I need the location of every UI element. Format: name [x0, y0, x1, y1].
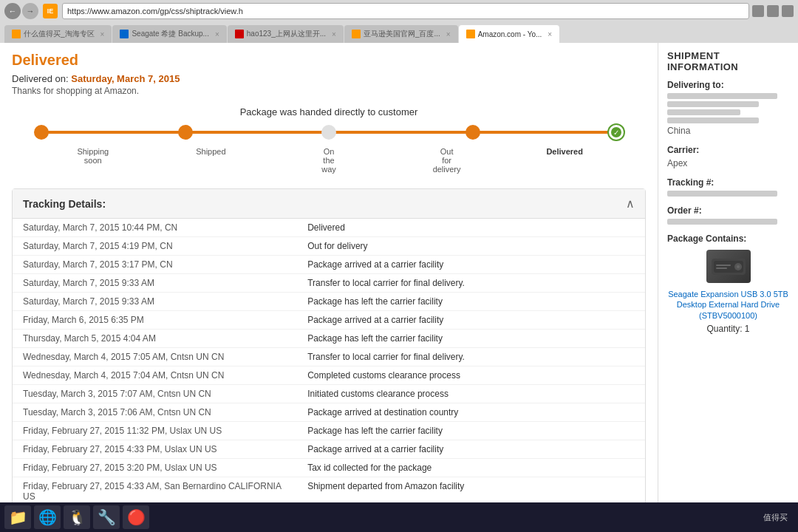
center-message: Package was handed directly to customer — [12, 106, 646, 117]
tracker-dot-4 — [466, 125, 480, 140]
tab-close-tab5[interactable]: × — [548, 30, 552, 38]
tracking-date-1: Saturday, March 7, 2015 4:19 PM, CN — [13, 237, 297, 256]
browser-tab-tab5[interactable]: Amazon.com - Yo...× — [459, 25, 560, 43]
tracking-table: Saturday, March 7, 2015 10:44 PM, CNDeli… — [13, 219, 645, 532]
tracking-date-6: Thursday, March 5, 2015 4:04 AM — [13, 330, 297, 348]
carrier-section: Carrier: Apex — [667, 145, 789, 168]
tracking-date-14: Friday, February 27, 2015 4:33 AM, San B… — [13, 477, 297, 506]
tracking-header: Tracking Details: ∧ — [13, 189, 645, 219]
tab-close-tab4[interactable]: × — [446, 30, 451, 38]
tracking-row-1: Saturday, March 7, 2015 4:19 PM, CNOut f… — [13, 237, 645, 256]
taskbar-item-linux[interactable]: 🐧 — [64, 505, 90, 529]
tracking-row-4: Saturday, March 7, 2015 9:33 AMPackage h… — [13, 293, 645, 311]
address-text: https://www.amazon.com/gp/css/shiptrack/… — [67, 7, 243, 16]
tracking-date-3: Saturday, March 7, 2015 9:33 AM — [13, 274, 297, 293]
tracker-label-5: Delivered — [505, 147, 624, 174]
tab-label-tab5: Amazon.com - Yo... — [478, 30, 542, 38]
tab-close-tab1[interactable]: × — [100, 30, 105, 38]
product-qty: Quantity: 1 — [667, 324, 789, 334]
delivering-to-section: Delivering to: China — [667, 80, 789, 136]
nav-buttons: ← → — [4, 3, 38, 19]
tracker-label-1: Shippingsoon — [34, 147, 152, 174]
delivered-subtitle: Delivered on: Saturday, March 7, 2015 — [12, 73, 646, 84]
forward-button[interactable]: → — [22, 3, 38, 19]
svg-rect-5 — [716, 267, 727, 269]
main-content: Delivered Delivered on: Saturday, March … — [0, 43, 658, 532]
tracking-label: Tracking #: — [667, 177, 789, 188]
tracking-event-6: Package has left the carrier facility — [297, 330, 645, 348]
tracking-row-9: Tuesday, March 3, 2015 7:07 AM, Cntsn UN… — [13, 385, 645, 403]
browser-chrome: ← → IE https://www.amazon.com/gp/css/shi… — [0, 0, 798, 43]
tab-favicon-tab3 — [235, 30, 244, 38]
browser-logo: IE — [43, 4, 58, 18]
tracking-date-9: Tuesday, March 3, 2015 7:07 AM, Cntsn UN… — [13, 385, 297, 403]
tracking-event-2: Package arrived at a carrier facility — [297, 256, 645, 274]
browser-tab-tab4[interactable]: 亚马逊美国官网_百度...× — [344, 25, 458, 43]
tracking-num-value — [667, 191, 777, 197]
refresh-icon[interactable] — [782, 5, 794, 17]
package-contains-section: Package Contains: Seagate Expansion USB … — [667, 233, 789, 334]
tracker-dot-5: ✓ — [609, 125, 624, 140]
tracker-dot-1 — [34, 125, 49, 140]
tracker-dot-2 — [178, 125, 193, 140]
tracking-date-4: Saturday, March 7, 2015 9:33 AM — [13, 293, 297, 311]
tabs-bar: 什么值得买_淘海专区×Seagate 希捷 Backup...×hao123_上… — [0, 22, 798, 43]
svg-rect-4 — [716, 265, 731, 266]
tab-favicon-tab4 — [352, 30, 361, 38]
red-icon: 🔴 — [127, 508, 146, 526]
tracker-line-container: ✓ — [34, 125, 624, 140]
tab-label-tab3: hao123_上网从这里开... — [247, 29, 326, 39]
tracking-row-6: Thursday, March 5, 2015 4:04 AMPackage h… — [13, 330, 645, 348]
browser-tab-tab3[interactable]: hao123_上网从这里开...× — [228, 25, 344, 43]
tab-favicon-tab2 — [120, 30, 129, 38]
tracking-event-0: Delivered — [297, 219, 645, 237]
delivered-on-label: Delivered on: — [12, 73, 69, 84]
back-button[interactable]: ← — [4, 3, 21, 19]
tracking-event-3: Transfer to local carrier for final deli… — [297, 274, 645, 293]
taskbar-item-tool[interactable]: 🔧 — [93, 505, 120, 529]
tracking-row-0: Saturday, March 7, 2015 10:44 PM, CNDeli… — [13, 219, 645, 237]
tracking-event-4: Package has left the carrier facility — [297, 293, 645, 311]
tracking-date-10: Tuesday, March 3, 2015 7:06 AM, Cntsn UN… — [13, 403, 297, 422]
tracking-date-8: Wednesday, March 4, 2015 7:04 AM, Cntsn … — [13, 366, 297, 385]
tab-close-tab2[interactable]: × — [215, 30, 219, 38]
tracking-event-9: Initiated customs clearance process — [297, 385, 645, 403]
tracking-row-7: Wednesday, March 4, 2015 7:05 AM, Cntsn … — [13, 348, 645, 366]
browser-tab-tab1[interactable]: 什么值得买_淘海专区× — [4, 25, 112, 43]
linux-icon: 🐧 — [68, 508, 86, 526]
tab-close-tab3[interactable]: × — [332, 30, 336, 38]
svg-point-3 — [737, 265, 740, 268]
product-name[interactable]: Seagate Expansion USB 3.0 5TB Desktop Ex… — [667, 289, 789, 321]
tracking-row-3: Saturday, March 7, 2015 9:33 AMTransfer … — [13, 274, 645, 293]
order-label: Order #: — [667, 205, 789, 216]
address-line-2 — [667, 101, 759, 107]
taskbar-item-browser[interactable]: 🌐 — [34, 505, 61, 529]
tracking-date-12: Friday, February 27, 2015 4:33 PM, Uslax… — [13, 440, 297, 459]
taskbar-watermark: 值得买 — [763, 512, 788, 523]
tracking-event-1: Out for delivery — [297, 237, 645, 256]
taskbar-item-folder[interactable]: 📁 — [4, 505, 31, 529]
taskbar-right: 值得买 — [152, 512, 794, 523]
tracking-date-2: Saturday, March 7, 2015 3:17 PM, CN — [13, 256, 297, 274]
tracking-row-12: Friday, February 27, 2015 4:33 PM, Uslax… — [13, 440, 645, 459]
address-bar[interactable]: https://www.amazon.com/gp/css/shiptrack/… — [62, 3, 749, 19]
tracking-event-14: Shipment departed from Amazon facility — [297, 477, 645, 506]
order-num-section: Order #: — [667, 205, 789, 225]
browser-tab-tab2[interactable]: Seagate 希捷 Backup...× — [112, 25, 226, 43]
taskbar: 📁 🌐 🐧 🔧 🔴 值得买 — [0, 502, 798, 532]
taskbar-item-red[interactable]: 🔴 — [123, 505, 149, 529]
delivered-date: Saturday, March 7, 2015 — [71, 73, 180, 84]
folder-icon: 📁 — [9, 508, 27, 526]
carrier-label: Carrier: — [667, 145, 789, 155]
tracking-row-2: Saturday, March 7, 2015 3:17 PM, CNPacka… — [13, 256, 645, 274]
search-icon[interactable] — [752, 5, 764, 17]
tracking-event-13: Tax id collected for the package — [297, 459, 645, 477]
browser-icons — [752, 5, 794, 17]
browser-toolbar: ← → IE https://www.amazon.com/gp/css/shi… — [0, 0, 798, 22]
collapse-button[interactable]: ∧ — [626, 197, 635, 211]
tracker-label-2: Shipped — [152, 147, 270, 174]
tracking-event-12: Package arrived at a carrier facility — [297, 440, 645, 459]
country-text: China — [667, 126, 789, 136]
delivering-to-label: Delivering to: — [667, 80, 789, 90]
tab-favicon-tab1 — [12, 30, 21, 38]
